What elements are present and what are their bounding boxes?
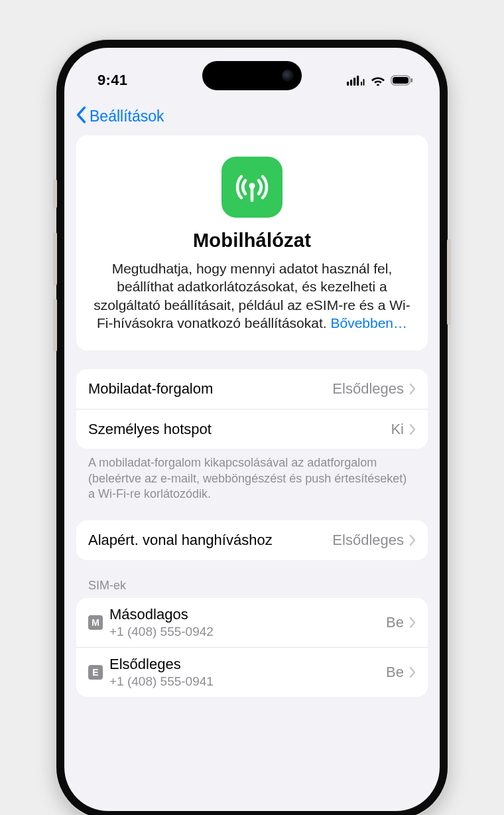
chevron-left-icon bbox=[75, 106, 87, 123]
side-button-silent bbox=[53, 179, 57, 208]
sim-row-secondary[interactable]: M Másodlagos +1 (408) 555-0942 Be bbox=[76, 598, 428, 647]
phone-frame: 9:41 bbox=[56, 40, 448, 815]
sim-number: +1 (408) 555-0942 bbox=[109, 625, 386, 639]
svg-rect-2 bbox=[353, 78, 355, 86]
chevron-right-icon bbox=[409, 666, 416, 678]
svg-rect-4 bbox=[361, 82, 362, 86]
wifi-icon bbox=[371, 75, 385, 86]
side-button-power bbox=[447, 239, 451, 325]
svg-rect-5 bbox=[363, 79, 365, 86]
sim-name: Elsődleges bbox=[109, 656, 386, 673]
status-icons bbox=[347, 75, 413, 86]
sim-status: Be bbox=[386, 664, 404, 681]
chevron-right-icon bbox=[409, 423, 416, 435]
chevron-right-icon bbox=[409, 617, 416, 629]
learn-more-link[interactable]: Bővebben… bbox=[330, 315, 407, 331]
svg-rect-3 bbox=[357, 76, 359, 86]
default-line-group: Alapért. vonal hanghíváshoz Elsődleges bbox=[76, 520, 428, 560]
side-button-vol-down bbox=[53, 299, 57, 352]
svg-rect-7 bbox=[393, 77, 409, 84]
svg-rect-8 bbox=[411, 78, 413, 82]
cellular-app-icon bbox=[221, 157, 283, 218]
antenna-icon bbox=[232, 167, 272, 207]
cellular-data-row[interactable]: Mobiladat-forgalom Elsődleges bbox=[76, 369, 428, 409]
row-value: Elsődleges bbox=[332, 380, 404, 398]
hero-title: Mobilhálózat bbox=[91, 230, 413, 252]
data-group: Mobiladat-forgalom Elsődleges Személyes … bbox=[76, 369, 428, 449]
sims-header: SIM-ek bbox=[76, 560, 428, 598]
status-time: 9:41 bbox=[97, 72, 127, 89]
back-label[interactable]: Beállítások bbox=[90, 108, 164, 125]
svg-rect-0 bbox=[347, 82, 349, 86]
sim-text: Másodlagos +1 (408) 555-0942 bbox=[109, 606, 386, 639]
front-camera-icon bbox=[282, 70, 294, 82]
data-off-note: A mobiladat-forgalom kikapcsolásával az … bbox=[76, 449, 428, 502]
sim-row-primary[interactable]: E Elsődleges +1 (408) 555-0941 Be bbox=[76, 647, 428, 697]
row-label: Mobiladat-forgalom bbox=[88, 380, 332, 398]
back-button[interactable] bbox=[75, 106, 87, 126]
sim-badge: M bbox=[88, 615, 103, 630]
hero-description: Megtudhatja, hogy mennyi adatot használ … bbox=[91, 259, 413, 332]
battery-icon bbox=[391, 75, 413, 86]
sims-group: M Másodlagos +1 (408) 555-0942 Be E Első… bbox=[76, 598, 428, 697]
sim-name: Másodlagos bbox=[109, 606, 386, 623]
hero-card: Mobilhálózat Megtudhatja, hogy mennyi ad… bbox=[76, 135, 428, 350]
cellular-dual-icon bbox=[347, 75, 365, 86]
default-voice-line-row[interactable]: Alapért. vonal hanghíváshoz Elsődleges bbox=[76, 520, 428, 560]
content: Mobilhálózat Megtudhatja, hogy mennyi ad… bbox=[64, 135, 440, 697]
sim-badge: E bbox=[88, 665, 103, 680]
screen: 9:41 bbox=[64, 48, 440, 811]
row-label: Alapért. vonal hanghíváshoz bbox=[88, 532, 332, 549]
svg-rect-1 bbox=[350, 80, 352, 86]
row-value: Elsődleges bbox=[332, 532, 404, 549]
sim-status: Be bbox=[386, 614, 404, 631]
chevron-right-icon bbox=[409, 534, 416, 546]
row-value: Ki bbox=[391, 421, 404, 438]
sim-number: +1 (408) 555-0941 bbox=[109, 674, 386, 689]
hotspot-row[interactable]: Személyes hotspot Ki bbox=[76, 409, 428, 449]
dynamic-island bbox=[202, 61, 302, 90]
sim-text: Elsődleges +1 (408) 555-0941 bbox=[109, 656, 386, 689]
chevron-right-icon bbox=[409, 383, 416, 395]
nav-bar: Beállítások bbox=[64, 100, 440, 135]
side-button-vol-up bbox=[53, 232, 57, 285]
row-label: Személyes hotspot bbox=[88, 421, 391, 438]
